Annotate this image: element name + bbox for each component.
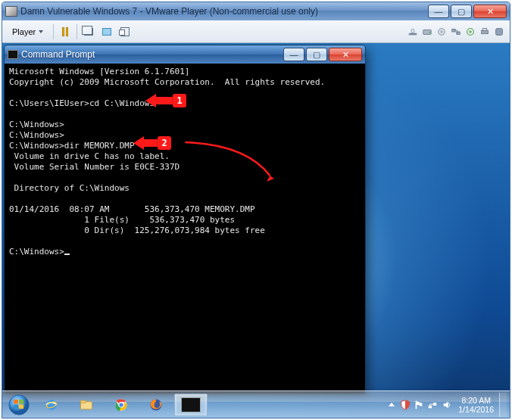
player-menu-button[interactable]: Player bbox=[7, 25, 48, 39]
cmd-line: Directory of C:\Windows bbox=[9, 183, 130, 193]
cmd-line: Copyright (c) 2009 Microsoft Corporation… bbox=[9, 77, 325, 87]
vmware-title: Damn Vulnerable Windows 7 - VMware Playe… bbox=[20, 6, 318, 17]
svg-point-9 bbox=[469, 30, 472, 33]
hdd-icon[interactable] bbox=[421, 26, 433, 38]
cmd-line: Volume in drive C has no label. bbox=[9, 151, 170, 161]
cmd-line: C:\Users\IEUser>cd C:\Windows bbox=[9, 98, 155, 108]
guest-desktop[interactable]: Command Prompt — ▢ ✕ Microsoft Windows [… bbox=[2, 43, 510, 418]
annotation-badge-1: 1 bbox=[173, 94, 186, 107]
close-button[interactable]: ✕ bbox=[473, 5, 507, 18]
printer-icon[interactable] bbox=[479, 26, 491, 38]
taskbar-explorer[interactable] bbox=[70, 394, 103, 416]
clock-date: 1/14/2016 bbox=[458, 405, 494, 414]
svg-rect-10 bbox=[482, 30, 489, 33]
vmware-device-tray bbox=[407, 26, 505, 38]
vmware-window-controls: — ▢ ✕ bbox=[428, 5, 507, 18]
cmd-close-button[interactable]: ✕ bbox=[329, 48, 362, 61]
svg-rect-15 bbox=[14, 399, 18, 403]
svg-rect-26 bbox=[429, 405, 432, 408]
svg-rect-12 bbox=[496, 28, 503, 35]
cmd-output-area[interactable]: Microsoft Windows [Version 6.1.7601] Cop… bbox=[5, 64, 365, 394]
tray-shield-icon[interactable] bbox=[399, 399, 411, 411]
toolbar-separator bbox=[76, 24, 77, 39]
pause-vm-button[interactable] bbox=[58, 25, 72, 39]
taskbar-clock[interactable]: 8:20 AM 1/14/2016 bbox=[455, 396, 497, 414]
cmd-line: 01/14/2016 08:07 AM 536,373,470 MEMORY.D… bbox=[9, 204, 255, 214]
svg-marker-13 bbox=[267, 176, 273, 182]
cmd-line: C:\Windows> bbox=[9, 130, 64, 140]
annotation-arrow-2: 2 bbox=[133, 136, 171, 150]
svg-rect-18 bbox=[19, 404, 23, 409]
command-prompt-window[interactable]: Command Prompt — ▢ ✕ Microsoft Windows [… bbox=[4, 45, 366, 394]
cmd-line: 1 File(s) 536,373,470 bytes bbox=[9, 215, 235, 225]
toolbar-separator bbox=[53, 24, 54, 39]
svg-point-3 bbox=[429, 32, 431, 33]
taskbar-firefox[interactable] bbox=[139, 394, 173, 416]
player-menu-label: Player bbox=[12, 27, 36, 36]
cmd-line: Microsoft Windows [Version 6.1.7601] bbox=[9, 67, 189, 76]
cmd-line: Volume Serial Number is E0CE-337D bbox=[9, 162, 180, 172]
cmd-maximize-button[interactable]: ▢ bbox=[306, 48, 327, 61]
svg-rect-17 bbox=[14, 404, 18, 409]
vmware-player-window: Damn Vulnerable Windows 7 - VMware Playe… bbox=[2, 2, 510, 418]
dropdown-icon bbox=[39, 30, 43, 33]
svg-point-24 bbox=[119, 402, 123, 406]
cmd-line: C:\Windows> bbox=[9, 120, 64, 129]
cmd-titlebar[interactable]: Command Prompt — ▢ ✕ bbox=[5, 45, 365, 64]
show-desktop-button[interactable] bbox=[499, 393, 507, 417]
cmd-app-icon bbox=[8, 50, 18, 59]
sound-icon[interactable] bbox=[464, 26, 476, 38]
clock-time: 8:20 AM bbox=[458, 396, 494, 405]
maximize-button[interactable]: ▢ bbox=[451, 5, 472, 18]
svg-rect-6 bbox=[452, 29, 455, 32]
send-cad-button[interactable] bbox=[82, 25, 95, 39]
cmd-cursor bbox=[64, 254, 70, 255]
taskbar-chrome[interactable] bbox=[105, 394, 138, 416]
vmware-icon bbox=[5, 6, 17, 17]
tray-action-center-icon[interactable] bbox=[414, 400, 424, 410]
taskbar-cmd[interactable] bbox=[174, 394, 208, 416]
tray-expand-icon[interactable] bbox=[389, 403, 395, 406]
fullscreen-button[interactable] bbox=[100, 25, 114, 39]
svg-rect-1 bbox=[411, 29, 414, 33]
keyboard-icon[interactable] bbox=[407, 26, 419, 38]
svg-point-5 bbox=[441, 30, 442, 32]
cmd-line: 0 Dir(s) 125,276,073,984 bytes free bbox=[9, 226, 265, 235]
cd-icon[interactable] bbox=[436, 26, 448, 38]
tray-volume-icon[interactable] bbox=[441, 399, 453, 411]
windows-taskbar: 8:20 AM 1/14/2016 bbox=[2, 390, 510, 418]
system-tray: 8:20 AM 1/14/2016 bbox=[386, 393, 508, 417]
vmware-title-text: Damn Vulnerable Windows 7 - VMware Playe… bbox=[20, 6, 318, 17]
svg-rect-16 bbox=[19, 399, 23, 403]
cmd-line: C:\Windows>dir MEMORY.DMP bbox=[9, 141, 135, 151]
cmd-minimize-button[interactable]: — bbox=[283, 48, 304, 61]
taskbar-ie[interactable] bbox=[35, 394, 68, 416]
tools-icon[interactable] bbox=[493, 26, 505, 38]
cmd-line: C:\Windows> bbox=[9, 247, 64, 257]
network-icon[interactable] bbox=[450, 26, 462, 38]
start-button[interactable] bbox=[4, 393, 34, 417]
unity-button[interactable] bbox=[118, 25, 132, 39]
cmd-title: Command Prompt bbox=[21, 49, 280, 60]
svg-rect-11 bbox=[482, 28, 486, 30]
minimize-button[interactable]: — bbox=[428, 5, 449, 18]
tray-network-icon[interactable] bbox=[426, 399, 439, 411]
svg-rect-22 bbox=[81, 400, 86, 403]
annotation-badge-2: 2 bbox=[158, 136, 171, 150]
vmware-titlebar: Damn Vulnerable Windows 7 - VMware Playe… bbox=[2, 2, 510, 20]
vmware-toolbar: Player bbox=[2, 20, 510, 43]
svg-point-19 bbox=[46, 400, 56, 409]
